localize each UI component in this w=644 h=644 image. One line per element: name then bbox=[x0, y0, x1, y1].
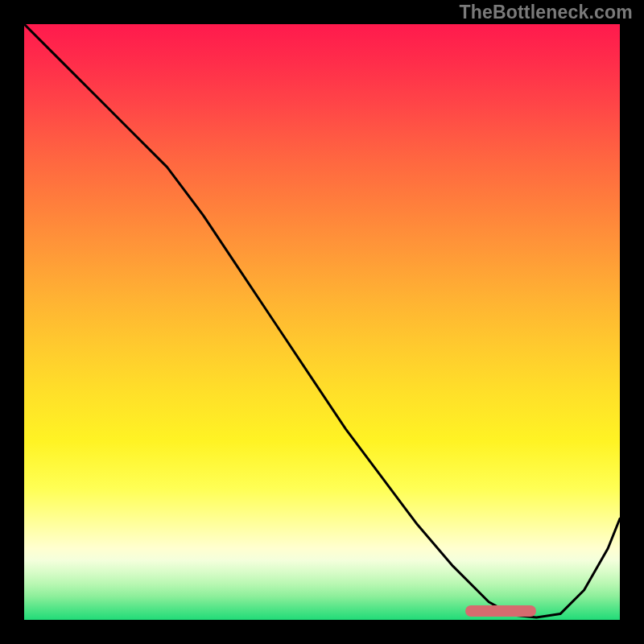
optimal-range-marker bbox=[465, 605, 537, 617]
chart-frame: TheBottleneck.com bbox=[0, 0, 644, 644]
bottleneck-curve bbox=[24, 24, 620, 620]
attribution-label: TheBottleneck.com bbox=[459, 2, 633, 23]
plot-area bbox=[24, 24, 620, 620]
